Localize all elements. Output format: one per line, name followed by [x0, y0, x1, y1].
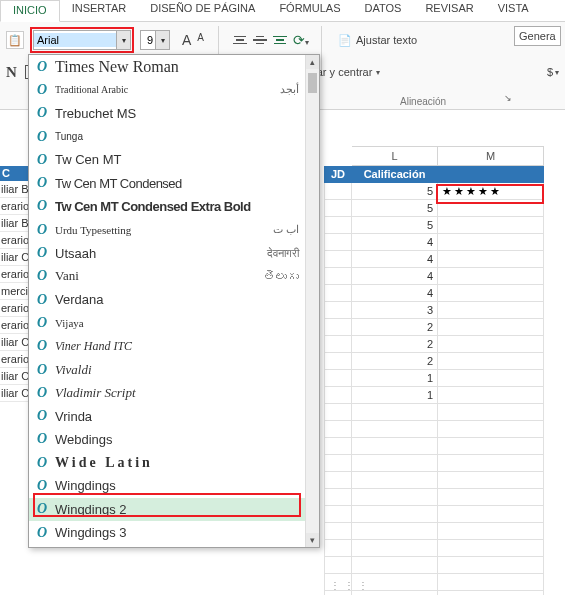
cell[interactable] — [324, 489, 352, 506]
cell[interactable] — [324, 438, 352, 455]
alignment-launcher[interactable]: ↘ — [504, 93, 512, 103]
bold-button[interactable]: N — [6, 64, 17, 81]
font-dropdown-list[interactable]: OTimes New RomanOTraditional ArabicأبجدO… — [29, 55, 305, 547]
cell[interactable] — [438, 404, 544, 421]
number-format-combo[interactable]: Genera — [514, 26, 561, 46]
tab-vista[interactable]: VISTA — [486, 0, 541, 21]
font-option-vrinda[interactable]: OVrinda — [29, 404, 305, 427]
cell[interactable] — [438, 353, 544, 370]
font-option-vijaya[interactable]: OVijaya — [29, 311, 305, 334]
cell[interactable] — [438, 370, 544, 387]
font-size-combo[interactable]: ▾ — [140, 30, 170, 50]
cell[interactable] — [438, 200, 544, 217]
cell[interactable]: 5 — [352, 217, 438, 234]
resize-handle[interactable]: ⋮⋮⋮ — [330, 580, 372, 591]
font-option-utsaah[interactable]: OUtsaahदेवनागरी — [29, 241, 305, 264]
scroll-up-button[interactable]: ▴ — [306, 55, 319, 69]
cell[interactable] — [352, 421, 438, 438]
cell[interactable] — [352, 523, 438, 540]
font-option-vani[interactable]: OVaniతెలుగు — [29, 265, 305, 288]
cell[interactable] — [438, 506, 544, 523]
cell[interactable] — [352, 506, 438, 523]
cell[interactable] — [438, 574, 544, 591]
currency-button[interactable]: $▾ — [547, 66, 559, 78]
font-size-input[interactable] — [141, 33, 155, 47]
cell[interactable] — [324, 353, 352, 370]
cell[interactable] — [324, 285, 352, 302]
cell[interactable] — [352, 438, 438, 455]
hdr-cell-M[interactable] — [438, 166, 544, 183]
font-option-traditional-arabic[interactable]: OTraditional Arabicأبجد — [29, 78, 305, 101]
scroll-down-button[interactable]: ▾ — [306, 533, 319, 547]
font-option-tw-cen-mt-condensed-extra-bold[interactable]: OTw Cen MT Condensed Extra Bold — [29, 195, 305, 218]
cell[interactable] — [352, 472, 438, 489]
scroll-thumb[interactable] — [308, 73, 317, 93]
cell[interactable] — [438, 251, 544, 268]
tab-diseno[interactable]: DISEÑO DE PÁGINA — [138, 0, 267, 21]
cell[interactable] — [324, 251, 352, 268]
cell[interactable] — [438, 557, 544, 574]
cell[interactable]: 1 — [352, 387, 438, 404]
cell[interactable] — [324, 319, 352, 336]
cell[interactable] — [324, 472, 352, 489]
cell[interactable]: 4 — [352, 268, 438, 285]
cell[interactable] — [324, 217, 352, 234]
cell[interactable]: 2 — [352, 353, 438, 370]
cell[interactable] — [324, 302, 352, 319]
cell[interactable]: 1 — [352, 370, 438, 387]
cell[interactable] — [352, 557, 438, 574]
cell[interactable] — [352, 455, 438, 472]
cell[interactable]: 5 — [352, 200, 438, 217]
cell[interactable] — [438, 217, 544, 234]
tab-formulas[interactable]: FÓRMULAS — [267, 0, 352, 21]
cell[interactable] — [438, 387, 544, 404]
col-header-M[interactable]: M — [438, 146, 544, 166]
font-dropdown[interactable]: OTimes New RomanOTraditional ArabicأبجدO… — [28, 54, 320, 548]
cell[interactable] — [352, 489, 438, 506]
paste-icon[interactable]: 📋 — [6, 31, 24, 49]
cell[interactable] — [324, 506, 352, 523]
cell[interactable] — [324, 387, 352, 404]
cell[interactable] — [438, 319, 544, 336]
cell[interactable] — [438, 489, 544, 506]
cell[interactable] — [324, 523, 352, 540]
font-option-tw-cen-mt[interactable]: OTw Cen MT — [29, 148, 305, 171]
cell[interactable] — [438, 438, 544, 455]
cell[interactable] — [438, 421, 544, 438]
font-option-urdu-typesetting[interactable]: OUrdu Typesettingاب ت — [29, 218, 305, 241]
cell[interactable] — [324, 370, 352, 387]
orientation-button[interactable]: ⟳▾ — [293, 32, 309, 48]
font-option-vivaldi[interactable]: OVivaldi — [29, 358, 305, 381]
font-option-vladimir-script[interactable]: OVladimir Script — [29, 381, 305, 404]
cell[interactable] — [324, 183, 352, 200]
cell[interactable] — [438, 591, 544, 595]
font-option-wingdings-3[interactable]: OWingdings 3 — [29, 521, 305, 544]
font-option-viner-hand-itc[interactable]: OViner Hand ITC — [29, 335, 305, 358]
cell[interactable] — [324, 540, 352, 557]
wrap-text-button[interactable]: 📄 Ajustar texto — [334, 32, 421, 49]
font-option-wingdings[interactable]: OWingdings — [29, 474, 305, 497]
cell[interactable] — [324, 557, 352, 574]
align-middle-button[interactable] — [251, 31, 269, 49]
cell[interactable] — [324, 455, 352, 472]
tab-inicio[interactable]: INICIO — [0, 0, 60, 22]
cell[interactable]: 4 — [352, 285, 438, 302]
cell[interactable] — [438, 472, 544, 489]
cell[interactable] — [438, 336, 544, 353]
cell[interactable] — [438, 268, 544, 285]
tab-insertar[interactable]: INSERTAR — [60, 0, 139, 21]
font-name-combo[interactable]: ▾ — [33, 30, 131, 50]
cell[interactable] — [438, 285, 544, 302]
cell[interactable] — [324, 234, 352, 251]
font-size-dropdown-button[interactable]: ▾ — [155, 31, 169, 49]
cell[interactable] — [438, 234, 544, 251]
cell[interactable] — [324, 268, 352, 285]
font-option-tunga[interactable]: OTunga — [29, 125, 305, 148]
cell[interactable] — [438, 302, 544, 319]
font-option-verdana[interactable]: OVerdana — [29, 288, 305, 311]
cell[interactable]: ★★★★★ — [438, 183, 544, 200]
decrease-font-button[interactable]: A — [195, 32, 206, 48]
hdr-cell-L[interactable]: Calificación — [352, 166, 438, 183]
font-option-tw-cen-mt-condensed[interactable]: OTw Cen MT Condensed — [29, 171, 305, 194]
font-dropdown-scrollbar[interactable]: ▴ ▾ — [305, 55, 319, 547]
